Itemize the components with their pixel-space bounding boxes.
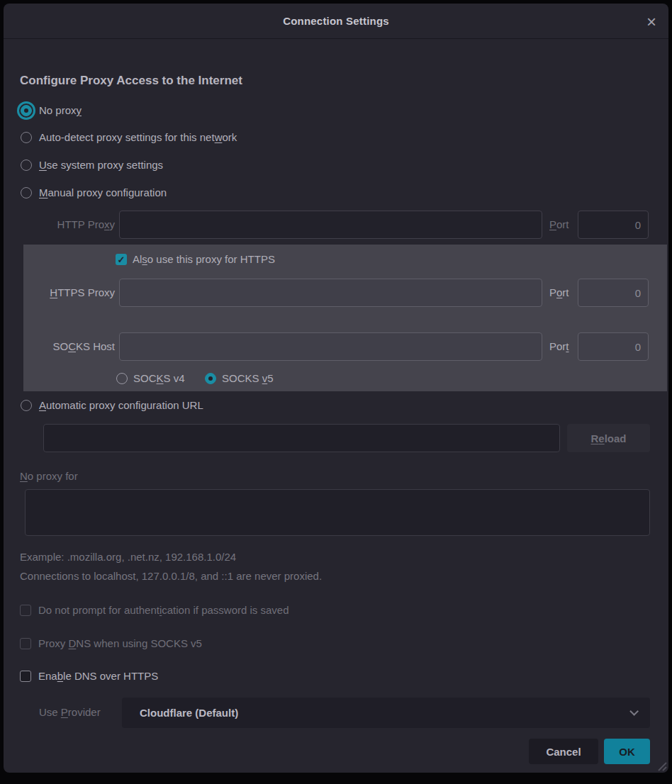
label-text: 5 xyxy=(267,372,273,384)
label-accesskey: N xyxy=(20,470,28,482)
provider-selected-value: Cloudflare (Default) xyxy=(140,707,629,719)
radio-socks-v4[interactable] xyxy=(116,373,128,384)
label-accesskey: x xyxy=(104,218,110,230)
provider-select[interactable]: Cloudflare (Default) xyxy=(122,698,650,728)
label-text: P xyxy=(549,286,556,298)
also-use-https-label: Also use this proxy for HTTPS xyxy=(133,251,275,268)
radio-manual[interactable] xyxy=(21,187,32,198)
label-text: TTPS Proxy xyxy=(57,286,115,298)
radio-manual-label: Manual proxy configuration xyxy=(39,184,167,201)
label-accesskey: s xyxy=(142,253,147,265)
radio-auto-url-label: Automatic proxy configuration URL xyxy=(39,397,203,414)
label-text: anual proxy configuration xyxy=(48,186,167,198)
label-text: cation if password is saved xyxy=(162,604,289,616)
label-accesskey: A xyxy=(39,399,46,411)
proxy-dns-socks5-label: Proxy DNS when using SOCKS v5 xyxy=(38,635,202,652)
label-text: Proxy xyxy=(38,637,69,649)
search-highlight-region xyxy=(23,245,667,391)
label-accesskey: w xyxy=(215,131,223,143)
label-text: HTTP Pro xyxy=(57,218,104,230)
dialog-title: Connection Settings xyxy=(283,15,389,27)
label-text: y xyxy=(110,218,116,230)
no-proxy-for-label: No proxy for xyxy=(20,468,78,485)
label-text: NS when using SOCKS v5 xyxy=(76,637,202,649)
hint-example: Example: .mozilla.org, .net.nz, 192.168.… xyxy=(20,549,236,566)
radio-use-system-label: Use system proxy settings xyxy=(39,157,163,174)
radio-socks-v5-label: SOCKS v5 xyxy=(222,370,274,387)
page-title: Configure Proxy Access to the Internet xyxy=(20,74,242,88)
radio-socks-v5[interactable] xyxy=(205,373,216,384)
radio-no-proxy-label: No proxy xyxy=(39,102,82,119)
label-text: Auto-detect proxy settings for this net xyxy=(39,131,215,143)
close-icon: × xyxy=(646,13,656,30)
label-text: Al xyxy=(133,253,142,265)
label-accesskey: D xyxy=(69,637,77,649)
titlebar: Connection Settings × xyxy=(4,4,668,39)
auto-url-input[interactable] xyxy=(43,424,560,452)
label-accesskey: b xyxy=(57,670,63,682)
https-port-label: Port xyxy=(549,279,569,307)
label-text: ork xyxy=(222,131,237,143)
label-text: KS Host xyxy=(76,340,115,352)
hint-localhost: Connections to localhost, 127.0.0.1/8, a… xyxy=(20,568,322,585)
radio-use-system[interactable] xyxy=(21,159,32,171)
label-text: Do not prompt for authent xyxy=(38,604,159,616)
label-accesskey: R xyxy=(590,432,598,444)
label-accesskey: K xyxy=(157,372,164,384)
use-provider-label: Use Provider xyxy=(39,704,101,721)
label-accesskey: P xyxy=(549,218,556,230)
enable-doh-label: Enable DNS over HTTPS xyxy=(38,668,158,685)
socks-port-input[interactable] xyxy=(578,332,649,361)
http-port-input[interactable] xyxy=(578,211,649,239)
label-accesskey: M xyxy=(39,186,48,198)
radio-auto-detect-label: Auto-detect proxy settings for this netw… xyxy=(39,129,237,146)
label-text: o use this proxy for HTTPS xyxy=(147,253,275,265)
no-prompt-auth-label: Do not prompt for authentication if pass… xyxy=(38,602,289,619)
label-text: S v4 xyxy=(164,372,185,384)
https-proxy-input[interactable] xyxy=(119,279,542,307)
label-accesskey: t xyxy=(566,340,569,352)
no-proxy-for-input[interactable] xyxy=(25,489,650,536)
label-text: load xyxy=(605,432,627,444)
label-accesskey: C xyxy=(68,340,76,352)
label-text: o proxy for xyxy=(28,470,78,482)
label-text: Use xyxy=(39,706,61,718)
close-button[interactable]: × xyxy=(642,12,661,32)
label-accesskey: y xyxy=(77,104,82,116)
also-use-https-checkbox[interactable]: ✓ xyxy=(116,254,127,265)
label-text: SOC xyxy=(133,372,157,384)
http-port-label: Port xyxy=(549,211,569,239)
label-text: le DNS over HTTPS xyxy=(63,670,158,682)
label-text: se system proxy settings xyxy=(47,159,163,171)
chevron-down-icon xyxy=(629,707,639,716)
label-text: ort xyxy=(556,218,569,230)
socks-host-input[interactable] xyxy=(119,332,542,361)
reload-button[interactable]: Reload xyxy=(567,424,650,452)
radio-auto-url[interactable] xyxy=(21,400,32,411)
radio-no-proxy[interactable] xyxy=(21,105,32,116)
http-proxy-input[interactable] xyxy=(119,211,542,239)
cancel-button[interactable]: Cancel xyxy=(529,739,598,764)
check-icon: ✓ xyxy=(118,255,125,264)
label-text: SO xyxy=(52,340,68,352)
label-text: Ena xyxy=(38,670,57,682)
radio-socks-v4-label: SOCKS v4 xyxy=(133,370,185,387)
proxy-dns-socks5-checkbox[interactable] xyxy=(20,638,31,649)
label-accesskey: H xyxy=(50,286,57,298)
ok-button[interactable]: OK xyxy=(604,739,650,764)
https-port-input[interactable] xyxy=(578,279,649,307)
label-text: Por xyxy=(549,340,566,352)
resize-grip[interactable] xyxy=(654,758,667,771)
no-prompt-auth-checkbox[interactable] xyxy=(20,605,31,616)
label-text: rovider xyxy=(68,706,101,718)
label-accesskey: U xyxy=(39,159,47,171)
https-proxy-label: HTTPS Proxy xyxy=(4,279,115,307)
enable-doh-checkbox[interactable] xyxy=(20,671,31,682)
radio-auto-detect[interactable] xyxy=(21,132,32,143)
http-proxy-label: HTTP Proxy xyxy=(4,211,115,239)
label-accesskey: P xyxy=(61,706,68,718)
label-accesskey: e xyxy=(598,432,604,444)
label-text: utomatic proxy configuration URL xyxy=(46,399,203,411)
socks-port-label: Port xyxy=(549,332,569,361)
socks-host-label: SOCKS Host xyxy=(4,332,115,361)
